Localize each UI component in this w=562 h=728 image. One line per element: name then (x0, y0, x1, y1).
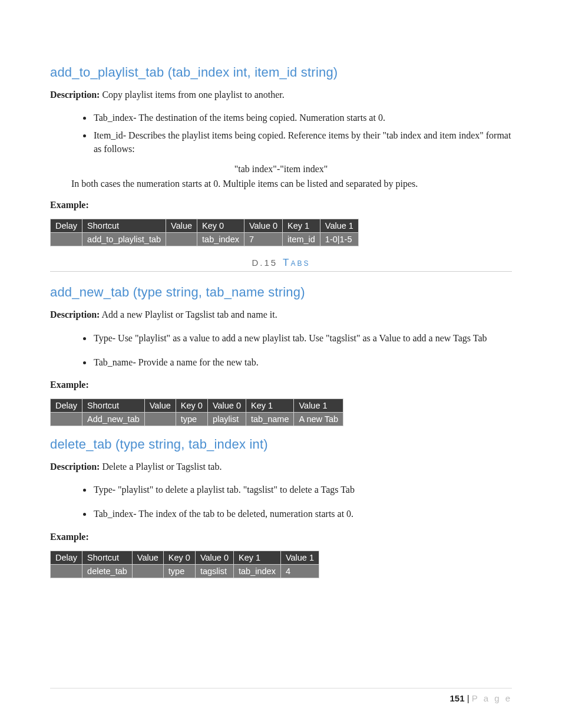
th-value0: Value 0 (244, 219, 282, 233)
td: 4 (280, 564, 319, 578)
th-value: Value (166, 219, 197, 233)
td: tab_index (234, 564, 281, 578)
th-value: Value (144, 398, 176, 412)
example-table-delete-tab: Delay Shortcut Value Key 0 Value 0 Key 1… (50, 551, 319, 578)
td (132, 564, 163, 578)
td: add_to_playlist_tab (82, 233, 166, 246)
bullet-list: Type- Use "playlist" as a value to add a… (50, 331, 512, 369)
th-delay: Delay (51, 551, 82, 564)
td: 1-0|1-5 (320, 233, 358, 246)
description-label: Description: (50, 90, 100, 100)
description-paragraph: Description: Copy playlist items from on… (50, 88, 512, 101)
td: type (176, 412, 207, 426)
section-divider-heading: D.15 Tabs (50, 257, 512, 269)
list-item: Tab_index- The index of the tab to be de… (92, 507, 512, 521)
th-key1: Key 1 (283, 219, 320, 233)
center-format-text: "tab index"-"item index" (50, 164, 512, 174)
description-text: Delete a Playlist or Tagslist tab. (100, 462, 222, 472)
th-key1: Key 1 (234, 551, 281, 564)
heading-delete-tab: delete_tab (type string, tab_index int) (50, 437, 512, 452)
th-value0: Value 0 (195, 551, 233, 564)
table-header-row: Delay Shortcut Value Key 0 Value 0 Key 1… (51, 398, 343, 412)
example-table-add-new-tab: Delay Shortcut Value Key 0 Value 0 Key 1… (50, 398, 343, 426)
td: item_id (283, 233, 320, 246)
td: type (163, 564, 195, 578)
td: delete_tab (82, 564, 133, 578)
table-row: add_to_playlist_tab tab_index 7 item_id … (51, 233, 359, 246)
description-paragraph: Description: Delete a Playlist or Tagsli… (50, 460, 512, 473)
table-header-row: Delay Shortcut Value Key 0 Value 0 Key 1… (51, 551, 319, 564)
th-key0: Key 0 (197, 219, 244, 233)
td: 7 (244, 233, 282, 246)
heading-add-to-playlist-tab: add_to_playlist_tab (tab_index int, item… (50, 65, 512, 80)
td: tab_name (246, 412, 294, 426)
list-item: Type- Use "playlist" as a value to add a… (92, 331, 512, 345)
td (51, 412, 82, 426)
td: A new Tab (294, 412, 343, 426)
page-footer: 151 | P a g e (50, 688, 512, 703)
description-text: Copy playlist items from one playlist to… (100, 90, 284, 100)
td (51, 233, 82, 246)
description-text: Add a new Playlist or Tagslist tab and n… (100, 309, 277, 319)
th-delay: Delay (51, 219, 82, 233)
page-word: P a g e (472, 693, 512, 703)
description-label: Description: (50, 462, 100, 472)
th-value1: Value 1 (280, 551, 319, 564)
th-shortcut: Shortcut (82, 219, 166, 233)
section-number: D.15 (252, 258, 278, 268)
th-value0: Value 0 (207, 398, 246, 412)
example-label: Example: (50, 380, 512, 390)
description-paragraph: Description: Add a new Playlist or Tagsl… (50, 308, 512, 321)
td: Add_new_tab (82, 412, 145, 426)
list-item: Tab_index- The destination of the items … (92, 111, 512, 124)
td (144, 412, 176, 426)
td (166, 233, 197, 246)
th-shortcut: Shortcut (82, 398, 145, 412)
th-value: Value (132, 551, 163, 564)
td: tagslist (195, 564, 233, 578)
table-row: Add_new_tab type playlist tab_name A new… (51, 412, 343, 426)
page-number: 151 (449, 693, 464, 703)
th-key0: Key 0 (176, 398, 207, 412)
table-row: delete_tab type tagslist tab_index 4 (51, 564, 319, 578)
example-label: Example: (50, 200, 512, 210)
th-value1: Value 1 (320, 219, 358, 233)
footer-sep: | (465, 693, 472, 703)
bullet-list: Type- "playlist" to delete a playlist ta… (50, 483, 512, 521)
th-delay: Delay (51, 398, 82, 412)
list-item: Item_id- Describes the playlist items be… (92, 129, 512, 156)
description-label: Description: (50, 309, 100, 319)
heading-add-new-tab: add_new_tab (type string, tab_name strin… (50, 285, 512, 300)
section-divider-rule (50, 271, 512, 272)
td (51, 564, 82, 578)
td: playlist (207, 412, 246, 426)
document-page: add_to_playlist_tab (tab_index int, item… (0, 0, 562, 728)
list-item: Tab_name- Provide a name for the new tab… (92, 355, 512, 369)
th-key0: Key 0 (163, 551, 195, 564)
bullet-list: Tab_index- The destination of the items … (50, 111, 512, 156)
after-center-text: In both cases the numeration starts at 0… (71, 177, 512, 190)
th-key1: Key 1 (246, 398, 294, 412)
list-item: Type- "playlist" to delete a playlist ta… (92, 483, 512, 496)
table-header-row: Delay Shortcut Value Key 0 Value 0 Key 1… (51, 219, 359, 233)
th-value1: Value 1 (294, 398, 343, 412)
example-label: Example: (50, 532, 512, 542)
example-table-add-to-playlist: Delay Shortcut Value Key 0 Value 0 Key 1… (50, 219, 359, 246)
th-shortcut: Shortcut (82, 551, 133, 564)
td: tab_index (197, 233, 244, 246)
section-label: Tabs (283, 257, 310, 268)
